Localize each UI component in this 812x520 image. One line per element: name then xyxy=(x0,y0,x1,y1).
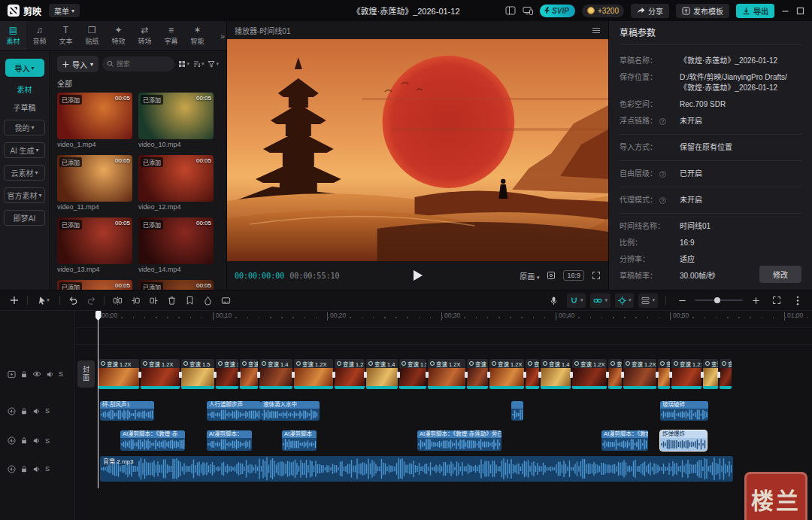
help-icon[interactable]: ? xyxy=(659,197,666,204)
video-clip[interactable]: 变速 1.2X xyxy=(489,359,524,389)
view-toggle-button[interactable]: ▾ xyxy=(178,60,189,68)
help-icon[interactable]: ? xyxy=(659,118,666,125)
minimize-button[interactable] xyxy=(781,7,789,15)
sort-button[interactable]: ▾ xyxy=(193,60,205,68)
voiceover-clip[interactable]: AI漫剪脚本 xyxy=(282,430,317,451)
zoom-in-button[interactable] xyxy=(747,293,764,308)
video-clip[interactable]: 变速 1.2X xyxy=(623,359,656,389)
select-tool[interactable]: ▾ xyxy=(32,293,55,308)
linkage-toggle[interactable]: ▾ xyxy=(590,293,611,308)
video-clip[interactable]: 变速 1.2X xyxy=(572,359,607,389)
filter-button[interactable]: ▾ xyxy=(208,60,219,68)
add-button[interactable] xyxy=(6,293,23,308)
video-clip[interactable]: 变 xyxy=(658,359,670,389)
player-menu-icon[interactable] xyxy=(592,27,601,34)
voiceover-clip[interactable]: AI漫剪脚本：《敦煌·赤莲劫》旁白 xyxy=(417,430,501,451)
play-button[interactable] xyxy=(414,270,423,281)
video-clip[interactable]: 变速 1.5 xyxy=(181,359,214,389)
sidebar-item-5[interactable]: 云素材▾ xyxy=(4,165,45,181)
mute-icon[interactable] xyxy=(32,407,41,415)
tab-audio[interactable]: ♫音频 xyxy=(26,21,53,50)
tab-media[interactable]: ▤素材 xyxy=(0,21,26,50)
video-clip[interactable]: 变速 xyxy=(240,359,258,389)
zoom-slider-handle[interactable] xyxy=(714,297,720,303)
sidebar-item-6[interactable]: 官方素材▾ xyxy=(4,187,45,203)
sidebar-item-4[interactable]: AI 生成▾ xyxy=(4,142,45,158)
tab-smart[interactable]: ✶智能 xyxy=(184,21,211,50)
undo-button[interactable] xyxy=(65,293,81,308)
preview-axis-toggle[interactable]: ▾ xyxy=(615,293,635,308)
trim-left-tool[interactable] xyxy=(127,293,144,308)
sidebar-item-0[interactable]: 导入▾ xyxy=(5,59,44,77)
video-clip[interactable]: 变速 1.4 xyxy=(366,359,398,389)
modify-button[interactable]: 修改 xyxy=(759,266,801,283)
device-preview-icon[interactable] xyxy=(523,6,533,15)
tab-captions[interactable]: ≡字幕 xyxy=(158,21,184,50)
sfx-clip[interactable]: 玻璃破碎 xyxy=(660,401,708,421)
fit-icon[interactable] xyxy=(547,271,556,280)
mute-icon[interactable] xyxy=(32,465,41,473)
voiceover-clip[interactable]: AI漫剪脚本：《敦煌· xyxy=(601,430,648,451)
media-item[interactable]: 已添加00:05video_1.mp4 xyxy=(57,93,132,150)
sfx-clip[interactable]: 砰-刮风声1 xyxy=(100,401,154,421)
sfx-clip[interactable] xyxy=(511,401,523,421)
quality-button[interactable]: 原画 ▾ xyxy=(520,270,539,281)
timeline-ruler[interactable]: 00:0000:1000:2000:3000:4000:5001:00 xyxy=(75,311,812,323)
music-clip[interactable]: 音樂 2.mp3 xyxy=(100,456,733,482)
maximize-button[interactable] xyxy=(796,7,804,15)
media-item[interactable]: 已添加00:05 xyxy=(138,280,214,290)
solo-button[interactable]: S xyxy=(45,407,50,415)
fullscreen-icon[interactable] xyxy=(592,271,601,280)
mute-icon[interactable] xyxy=(32,436,41,445)
lock-icon[interactable] xyxy=(20,436,28,445)
help-icon[interactable]: ? xyxy=(659,171,666,178)
voiceover-clip[interactable]: AI漫剪脚本： xyxy=(207,430,252,451)
media-item[interactable]: 已添加00:05 xyxy=(57,280,132,290)
video-clip[interactable]: 变速 1.2X xyxy=(141,359,180,389)
lock-icon[interactable] xyxy=(20,407,28,415)
solo-button[interactable]: S xyxy=(45,437,50,445)
sidebar-item-7[interactable]: 即梦AI xyxy=(4,210,45,226)
fit-timeline-button[interactable] xyxy=(768,293,785,308)
svip-badge[interactable]: SVIP xyxy=(540,5,575,17)
video-clip[interactable]: 变速 1 xyxy=(467,359,488,389)
record-audio-button[interactable] xyxy=(546,293,562,308)
solo-button[interactable]: S xyxy=(59,370,63,378)
trim-right-tool[interactable] xyxy=(145,293,162,308)
mask-keyframe-button[interactable] xyxy=(199,293,216,308)
solo-button[interactable]: S xyxy=(45,465,50,473)
video-clip[interactable]: 变速 1.4 xyxy=(541,359,571,389)
tab-text[interactable]: T文本 xyxy=(53,21,79,50)
video-clip[interactable]: 变 xyxy=(608,359,622,389)
delete-button[interactable] xyxy=(163,293,180,308)
mute-icon[interactable] xyxy=(46,370,54,379)
points-badge[interactable]: +3200 xyxy=(582,5,624,17)
voiceover-clip[interactable]: AI漫剪脚本：《敦煌·赤 xyxy=(120,430,185,451)
playhead[interactable] xyxy=(98,311,98,488)
cover-button[interactable]: 封面 xyxy=(77,360,95,388)
lock-icon[interactable] xyxy=(20,370,28,379)
import-button[interactable]: 导入 ▾ xyxy=(57,56,98,72)
eye-icon[interactable] xyxy=(32,370,41,378)
panel-layout-icon[interactable] xyxy=(505,6,516,15)
media-item[interactable]: 已添加00:05video_14.mp4 xyxy=(138,217,214,275)
sidebar-item-2[interactable]: 子草稿 xyxy=(14,102,36,113)
sidebar-item-1[interactable]: 素材 xyxy=(17,84,32,95)
caption-button[interactable] xyxy=(217,293,234,308)
video-clip[interactable]: 变速 1.2X xyxy=(428,359,465,389)
sfx-clip[interactable]: 液体滴入水中 xyxy=(261,401,320,421)
track-height-toggle[interactable]: ▾ xyxy=(638,293,658,308)
publish-template-button[interactable]: 发布模板 xyxy=(676,4,729,18)
tab-sticker[interactable]: ❒贴纸 xyxy=(79,21,105,50)
tab-effects[interactable]: ✦特效 xyxy=(105,21,132,50)
zoom-slider[interactable] xyxy=(695,300,743,301)
split-tool[interactable] xyxy=(109,293,126,308)
zoom-out-button[interactable] xyxy=(674,293,690,308)
video-preview[interactable] xyxy=(227,39,608,261)
video-clip[interactable]: 变速 1.2X xyxy=(98,359,139,389)
tab-transition[interactable]: ⇄转场 xyxy=(132,21,158,50)
media-item[interactable]: 已添加00:05video_12.mp4 xyxy=(138,155,214,212)
sidebar-item-3[interactable]: 我的▾ xyxy=(4,120,45,135)
export-button[interactable]: 导出 xyxy=(736,4,774,18)
sfx-clip[interactable]: 人行道脚步声 xyxy=(207,401,261,421)
